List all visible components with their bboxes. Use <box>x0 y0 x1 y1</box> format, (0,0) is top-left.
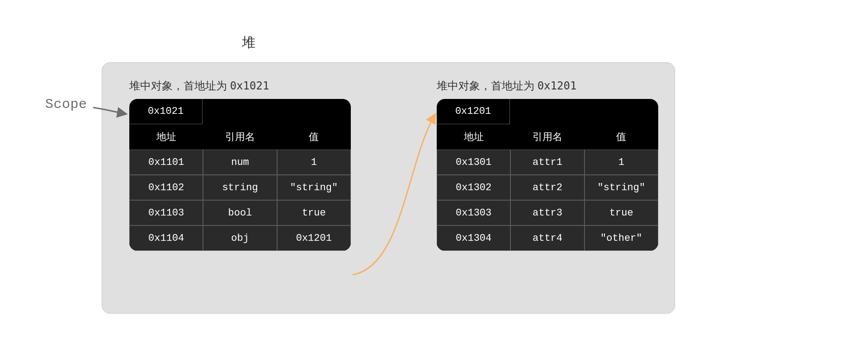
cell-address: 0x1302 <box>437 175 510 200</box>
heap-container: 堆中对象，首地址为 0x1021 0x1021 地址 引用名 值 0x1101 … <box>102 62 675 314</box>
object-1-caption: 堆中对象，首地址为 0x1021 <box>129 79 269 93</box>
object-2-col-refname: 引用名 <box>510 124 584 150</box>
object-1-caption-prefix: 堆中对象，首地址为 <box>129 80 230 92</box>
cell-ref: attr3 <box>510 200 584 225</box>
table-row: 0x1303 attr3 true <box>437 200 658 225</box>
object-1-col-refname: 引用名 <box>203 124 277 150</box>
object-2-base-address: 0x1201 <box>437 99 510 124</box>
cell-value: 1 <box>277 150 351 175</box>
cell-ref: attr2 <box>510 175 584 200</box>
object-1-table: 0x1021 地址 引用名 值 0x1101 num 1 0x1102 stri… <box>129 99 351 251</box>
cell-address: 0x1102 <box>129 175 203 200</box>
object-1-base-address: 0x1021 <box>129 99 203 124</box>
table-row: 0x1102 string "string" <box>129 175 351 200</box>
cell-value: true <box>277 200 351 225</box>
object-2-col-address: 地址 <box>437 124 510 150</box>
table-row: 0x1104 obj 0x1201 <box>129 225 351 251</box>
table-row: 0x1302 attr2 "string" <box>437 175 658 200</box>
object-1-col-address: 地址 <box>129 124 203 150</box>
object-2-col-value: 值 <box>585 124 658 150</box>
cell-address: 0x1301 <box>437 150 510 175</box>
table-row: 0x1304 attr4 "other" <box>437 225 658 251</box>
scope-label: Scope <box>45 97 87 112</box>
table-row: 0x1101 num 1 <box>129 150 351 175</box>
heap-title: 堆 <box>242 33 255 52</box>
cell-ref: attr4 <box>510 225 584 251</box>
object-2-caption: 堆中对象，首地址为 0x1201 <box>437 79 576 93</box>
cell-ref: bool <box>203 200 277 225</box>
cell-ref: obj <box>203 225 277 251</box>
cell-address: 0x1304 <box>437 225 510 251</box>
cell-address: 0x1103 <box>129 200 203 225</box>
cell-value: "string" <box>585 175 658 200</box>
table-row: 0x1301 attr1 1 <box>437 150 658 175</box>
cell-value: "other" <box>585 225 658 251</box>
object-1-header-row: 地址 引用名 值 <box>129 124 351 150</box>
cell-address: 0x1303 <box>437 200 510 225</box>
cell-ref: attr1 <box>510 150 584 175</box>
object-2-caption-addr: 0x1201 <box>538 80 577 92</box>
object-1-col-value: 值 <box>277 124 351 150</box>
cell-value: true <box>585 200 658 225</box>
cell-value: "string" <box>277 175 351 200</box>
object-1-caption-addr: 0x1021 <box>230 80 269 92</box>
cell-value: 0x1201 <box>277 225 351 251</box>
cell-address: 0x1101 <box>129 150 203 175</box>
cell-ref: string <box>203 175 277 200</box>
table-row: 0x1103 bool true <box>129 200 351 225</box>
cell-value: 1 <box>585 150 658 175</box>
object-2-caption-prefix: 堆中对象，首地址为 <box>437 80 538 92</box>
cell-ref: num <box>203 150 277 175</box>
cell-address: 0x1104 <box>129 225 203 251</box>
object-2-table: 0x1201 地址 引用名 值 0x1301 attr1 1 0x1302 at… <box>437 99 658 251</box>
object-2-header-row: 地址 引用名 值 <box>437 124 658 150</box>
